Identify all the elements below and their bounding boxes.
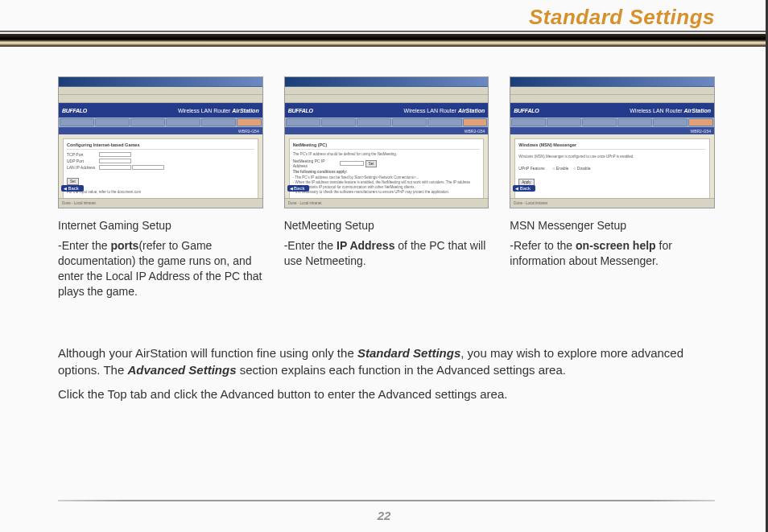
footer-paragraphs: Although your AirStation will function f…: [58, 345, 715, 402]
tab-item: [617, 118, 652, 126]
caption-heading: MSN Messenger Setup: [510, 218, 715, 233]
model-band: WBR2-G54: [59, 127, 262, 134]
model-number: WBR2-G54: [238, 129, 259, 134]
brand-buffalo: BUFFALO: [514, 108, 539, 113]
brand-airstation: Wireless LAN Router AirStation: [630, 108, 711, 113]
caption-bold: IP Address: [337, 239, 394, 252]
footer-bold: Advanced Settings: [127, 363, 236, 377]
tab-item: [357, 118, 391, 126]
set-button: Set: [365, 160, 378, 167]
input-box: [99, 159, 131, 163]
label-netip: NetMeeting PC IP Address: [293, 159, 340, 168]
tab-item: [547, 118, 581, 126]
brand-buffalo: BUFFALO: [288, 108, 313, 113]
tab-item: [130, 118, 165, 126]
column-netmeeting: BUFFALO Wireless LAN Router AirStation W…: [284, 76, 489, 299]
pane-conditions: - The PC's IP address can be fixed by St…: [293, 175, 481, 196]
caption-gaming: Internet Gaming Setup -Enter the ports(r…: [58, 218, 263, 299]
caption-text: -Enter the: [58, 239, 110, 252]
caption-netmeeting: NetMeeting Setup -Enter the IP Address o…: [284, 218, 489, 269]
browser-statusbar: Done - Local intranet: [510, 198, 714, 208]
router-brand-bar: BUFFALO Wireless LAN Router AirStation: [285, 103, 489, 118]
input-box: [99, 152, 131, 157]
tab-item: [201, 118, 236, 126]
footer-bold: Standard Settings: [357, 346, 460, 360]
config-pane: Configuring Internet-based Games TCP Por…: [63, 138, 258, 201]
page-number: 22: [0, 509, 768, 522]
screenshot-netmeeting: BUFFALO Wireless LAN Router AirStation W…: [284, 76, 489, 208]
tab-item: [653, 118, 687, 126]
radio-enable: ○ Enable: [552, 166, 568, 171]
column-gaming: BUFFALO Wireless LAN Router AirStation W…: [58, 76, 263, 299]
browser-addressbar: [510, 95, 714, 103]
tab-item: [511, 118, 546, 126]
field-row: TCP Port: [67, 152, 254, 157]
router-brand-bar: BUFFALO Wireless LAN Router AirStation: [59, 103, 262, 118]
model-band: WBR2-G54: [285, 127, 489, 134]
caption-heading: NetMeeting Setup: [284, 218, 489, 233]
config-pane: Windows (MSN) Messenger Windows (MSN) Me…: [514, 138, 710, 201]
model-band: WBR2-G54: [510, 127, 714, 134]
tab-logout: [463, 118, 488, 126]
tab-logout: [237, 118, 262, 126]
input-box: [132, 165, 164, 170]
pane-note: For the input value, refer to the docume…: [67, 190, 254, 195]
browser-toolbar: [510, 87, 714, 95]
tab-item: [286, 118, 320, 126]
brand-buffalo: BUFFALO: [62, 108, 87, 113]
pane-text: Windows (MSN) Messenger is configured to…: [518, 155, 706, 159]
caption-bold: ports: [110, 239, 138, 252]
header-band: [0, 34, 768, 47]
model-number: WBR2-G54: [690, 129, 711, 134]
content-area: BUFFALO Wireless LAN Router AirStation W…: [58, 76, 715, 410]
model-number: WBR2-G54: [465, 129, 485, 134]
pane-text: The PC's IP address should be defined fo…: [293, 152, 481, 157]
caption-heading: Internet Gaming Setup: [58, 218, 263, 233]
field-row: UPnP Feature: ○ Enable ○ Disable: [518, 166, 706, 171]
tab-item: [321, 118, 356, 126]
config-pane: NetMeeting (PC) The PC's IP address shou…: [289, 138, 485, 201]
window-titlebar: [510, 77, 714, 87]
screenshot-msn: BUFFALO Wireless LAN Router AirStation W…: [510, 76, 715, 208]
pane-header: NetMeeting (PC): [293, 142, 481, 150]
page-title: Standard Settings: [529, 5, 715, 30]
label-udp: UDP Port: [67, 159, 99, 163]
tab-item: [582, 118, 617, 126]
label-upnp: UPnP Feature:: [518, 166, 552, 171]
pane-header: Configuring Internet-based Games: [67, 142, 254, 150]
field-row: LAN IP Address: [67, 165, 254, 170]
router-tabs: [510, 118, 714, 127]
footer-p1: Although your AirStation will function f…: [58, 345, 715, 378]
footer-text: Although your AirStation will function f…: [58, 346, 357, 360]
footer-p2: Click the Top tab and click the Advanced…: [58, 386, 715, 402]
input-box: [340, 161, 364, 166]
footer-text: section explains each function in the Ad…: [236, 363, 565, 377]
bottom-rule: [58, 500, 715, 501]
tab-item: [60, 118, 94, 126]
browser-addressbar: [285, 95, 489, 103]
brand-airstation: Wireless LAN Router AirStation: [404, 108, 485, 113]
browser-statusbar: Done - Local intranet: [285, 198, 489, 208]
column-msn: BUFFALO Wireless LAN Router AirStation W…: [510, 76, 715, 299]
window-titlebar: [285, 77, 489, 87]
field-row: UDP Port: [67, 159, 254, 163]
tab-logout: [688, 118, 713, 126]
field-row: NetMeeting PC IP AddressSet: [293, 159, 481, 168]
tab-item: [392, 118, 427, 126]
tab-item: [95, 118, 130, 126]
header-rule: [0, 31, 768, 32]
input-box: [99, 165, 131, 170]
browser-statusbar: Done - Local intranet: [59, 198, 262, 208]
pane-header: Windows (MSN) Messenger: [518, 142, 706, 150]
back-button: Back: [61, 185, 84, 192]
label-ip: LAN IP Address: [67, 165, 99, 170]
browser-addressbar: [59, 95, 262, 103]
router-tabs: [285, 118, 489, 127]
set-button: Set: [67, 178, 79, 185]
tab-item: [427, 118, 462, 126]
router-brand-bar: BUFFALO Wireless LAN Router AirStation: [510, 103, 714, 118]
caption-bold: on-screen help: [576, 239, 656, 252]
router-tabs: [59, 118, 262, 127]
page-header: Standard Settings: [0, 0, 768, 47]
browser-toolbar: [285, 87, 489, 95]
